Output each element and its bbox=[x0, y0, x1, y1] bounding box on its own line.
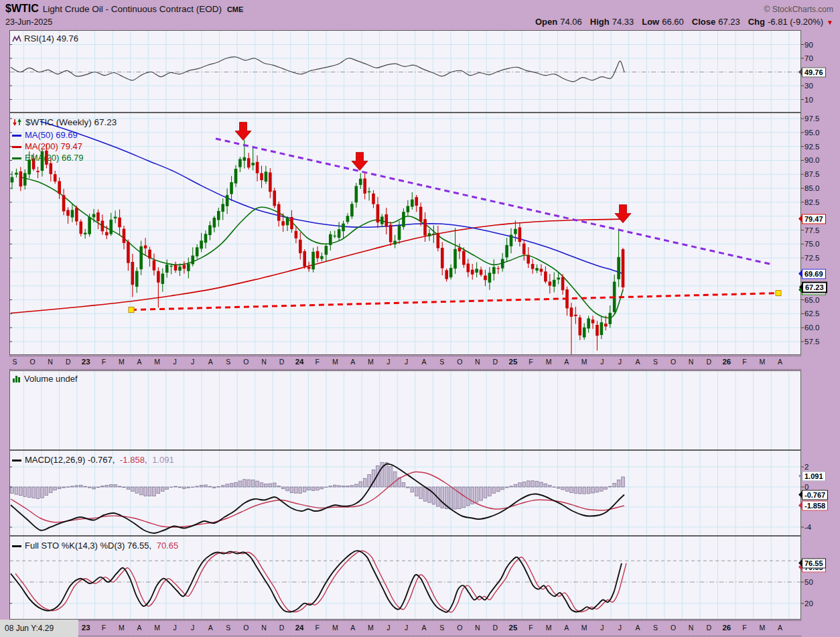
axis-month-label: J bbox=[600, 358, 604, 366]
axis-month-label: J bbox=[618, 358, 622, 366]
copyright-link[interactable]: © StockCharts.com bbox=[764, 5, 833, 14]
axis-month-label: S bbox=[653, 624, 658, 632]
axis-month-label: D bbox=[66, 358, 71, 366]
candlestick-icon bbox=[12, 118, 23, 129]
low-label: Low bbox=[642, 17, 659, 27]
axis-month-label: F bbox=[742, 358, 746, 366]
scale-badge: 79.47 bbox=[802, 214, 826, 224]
axis-month-label: F bbox=[102, 624, 106, 632]
axis-month-label: 24 bbox=[295, 358, 304, 366]
axis-month-label: S bbox=[12, 358, 17, 366]
scale-tick-label: 92.5 bbox=[804, 143, 819, 151]
scale-badge: 76.55 bbox=[802, 558, 826, 568]
volume-legend-label: Volume undef bbox=[24, 374, 78, 384]
scale-tick-label: 60.0 bbox=[804, 324, 819, 332]
axis-month-label: S bbox=[439, 624, 444, 632]
volume-legend: Volume undef bbox=[12, 374, 78, 385]
axis-month-label: N bbox=[689, 358, 694, 366]
ema20-legend-label: EMA(20) 66.79 bbox=[25, 153, 83, 163]
axis-month-label: N bbox=[475, 624, 480, 632]
axis-month-label: N bbox=[475, 358, 480, 366]
axis-month-label: M bbox=[581, 358, 587, 366]
macd-legend-hist-value: 1.091 bbox=[152, 455, 174, 465]
axis-month-label: D bbox=[493, 624, 498, 632]
axis-month-label: O bbox=[457, 624, 462, 632]
axis-month-label: A bbox=[208, 358, 213, 366]
sto-legend-d-value: 70.65 bbox=[157, 541, 179, 551]
axis-month-label: F bbox=[529, 358, 533, 366]
scale-tick-label: 97.5 bbox=[804, 115, 819, 123]
axis-month-label: D bbox=[706, 624, 711, 632]
axis-month-label: F bbox=[529, 624, 533, 632]
ema20-swatch bbox=[12, 157, 21, 159]
axis-month-label: A bbox=[635, 624, 640, 632]
axis-month-label: A bbox=[635, 358, 640, 366]
axis-month-label: M bbox=[368, 624, 374, 632]
axis-month-label: A bbox=[137, 624, 141, 632]
ma50-swatch bbox=[12, 135, 21, 137]
axis-month-label: D bbox=[706, 358, 711, 366]
high-label: High bbox=[590, 17, 610, 27]
date-axis-bottom: SOND23FMAMJJASOND24FMAMJJASOND25FMAMJJAS… bbox=[9, 620, 801, 637]
sto-line-swatch bbox=[12, 545, 21, 547]
axis-month-label: M bbox=[332, 624, 338, 632]
scale-tick-label: 10 bbox=[804, 96, 813, 104]
axis-month-label: F bbox=[742, 624, 746, 632]
scale-badge: 49.76 bbox=[802, 67, 826, 77]
scale-tick-label: 77.5 bbox=[804, 226, 819, 234]
scale-badge: -0.767 bbox=[802, 490, 828, 500]
scale-tick-label: 90 bbox=[804, 41, 813, 49]
chg-label: Chg bbox=[748, 17, 765, 27]
axis-month-label: M bbox=[368, 358, 374, 366]
volume-panel bbox=[9, 370, 801, 450]
axis-month-label: A bbox=[350, 624, 355, 632]
axis-month-label: 25 bbox=[509, 358, 518, 366]
axis-month-label: J bbox=[387, 624, 390, 632]
scale-badge: 1.091 bbox=[802, 471, 826, 481]
chart-date: 23-Jun-2025 bbox=[5, 17, 52, 27]
axis-month-label: F bbox=[102, 358, 106, 366]
axis-month-label: A bbox=[350, 358, 355, 366]
axis-month-label: M bbox=[154, 358, 160, 366]
axis-month-label: F bbox=[315, 358, 319, 366]
axis-month-label: F bbox=[315, 624, 319, 632]
axis-month-label: 25 bbox=[509, 624, 518, 632]
ma200-legend-label: MA(200) 79.47 bbox=[25, 141, 82, 151]
close-label: Close bbox=[692, 17, 715, 27]
axis-month-label: O bbox=[671, 358, 676, 366]
price-panel bbox=[9, 113, 801, 355]
axis-month-label: S bbox=[226, 624, 230, 632]
scale-badge: 67.23 bbox=[802, 281, 827, 293]
scale-tick-label: 2 bbox=[804, 463, 809, 471]
axis-month-label: A bbox=[208, 624, 213, 632]
header-row-2: 23-Jun-2025 Open 74.06 High 74.33 Low 66… bbox=[0, 16, 840, 30]
rsi-indicator-icon bbox=[12, 35, 21, 45]
axis-month-label: A bbox=[778, 624, 782, 632]
scale-tick-label: -4 bbox=[804, 523, 811, 531]
axis-month-label: M bbox=[119, 624, 125, 632]
axis-month-label: J bbox=[600, 624, 604, 632]
symbol: $WTIC bbox=[5, 3, 39, 15]
chg-dropdown-arrow[interactable]: ▼ bbox=[827, 19, 833, 26]
header-row-1: $WTIC Light Crude Oil - Continuous Contr… bbox=[0, 0, 840, 16]
axis-month-label: O bbox=[243, 358, 249, 366]
open-value: 74.06 bbox=[560, 17, 582, 27]
axis-month-label: A bbox=[422, 358, 427, 366]
rsi-panel bbox=[9, 30, 801, 113]
axis-month-label: J bbox=[387, 358, 390, 366]
axis-month-label: M bbox=[154, 624, 160, 632]
axis-month-label: 23 bbox=[82, 624, 90, 632]
exchange-label: CME bbox=[227, 5, 243, 13]
axis-month-label: N bbox=[48, 358, 53, 366]
axis-month-label: M bbox=[332, 358, 338, 366]
chg-value: -6.81 (-9.20%) bbox=[768, 17, 823, 27]
axis-month-label: O bbox=[243, 624, 249, 632]
scale-tick-label: 82.5 bbox=[804, 198, 819, 206]
sto-legend: Full STO %K(14,3) %D(3) 76.55, 70.65 bbox=[12, 541, 178, 551]
scale-tick-label: 70 bbox=[804, 54, 813, 62]
scale-tick-label: 62.5 bbox=[804, 309, 819, 317]
ma50-legend-label: MA(50) 69.69 bbox=[25, 130, 78, 140]
low-value: 66.60 bbox=[662, 17, 684, 27]
rsi-legend: RSI(14) 49.76 bbox=[12, 33, 78, 45]
axis-month-label: 23 bbox=[82, 358, 90, 366]
